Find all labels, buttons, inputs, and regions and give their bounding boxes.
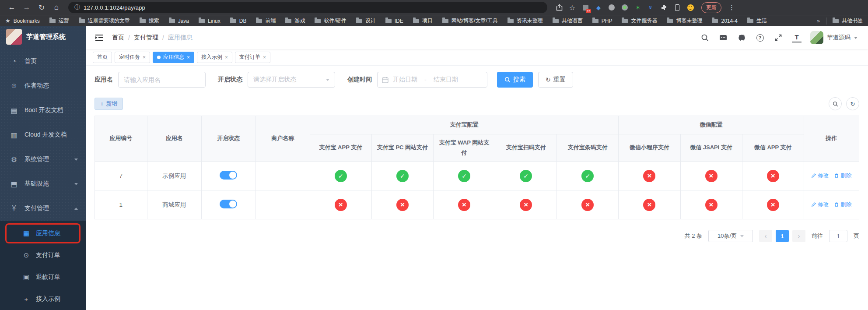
prev-page-button[interactable]: ‹ [759, 230, 772, 242]
cell-channel: × [680, 190, 742, 219]
close-icon[interactable]: × [225, 54, 228, 60]
extension-chevrons-icon[interactable]: » [647, 4, 655, 11]
bookmark-folder[interactable]: 软件/硬件 [315, 17, 346, 25]
user-menu[interactable]: 芋道源码 [810, 31, 858, 44]
font-size-icon[interactable]: T [792, 33, 802, 42]
bookmark-folder[interactable]: 网站/博客/文章/工具 [442, 17, 498, 25]
bookmark-folder[interactable]: 2014-4 [712, 18, 737, 24]
bookmark-folder[interactable]: 其他语言 [553, 17, 583, 25]
sidebar-logo[interactable]: 芋道管理系统 [0, 26, 86, 47]
sidebar-item-Cloud 开发文档[interactable]: ▥Cloud 开发文档 [0, 123, 86, 147]
github-icon[interactable] [737, 33, 746, 42]
breadcrumb-pay[interactable]: 支付管理 [134, 34, 158, 42]
tab-接入示例[interactable]: 接入示例× [197, 52, 232, 63]
tab-支付订单[interactable]: 支付订单× [235, 52, 270, 63]
bookmark-folder[interactable]: 运营 [49, 17, 69, 25]
status-toggle[interactable] [220, 200, 237, 208]
home-icon[interactable]: ⌂ [50, 2, 63, 13]
bookmark-folder[interactable]: PHP [592, 18, 612, 24]
close-icon[interactable]: × [187, 54, 190, 60]
extension-star-icon[interactable]: ✶ [634, 4, 642, 11]
bookmark-folder[interactable]: 资讯未整理 [508, 17, 543, 25]
search-icon [504, 77, 511, 83]
close-icon[interactable]: × [263, 54, 266, 60]
bookmark-folder[interactable]: 项目 [413, 17, 433, 25]
tab-定时任务[interactable]: 定时任务× [115, 52, 150, 63]
extension-calendar-icon[interactable]: 12 [581, 4, 589, 11]
bookmark-folder[interactable]: 博客未整理 [667, 17, 702, 25]
page-size-select[interactable]: 10条/页 [708, 230, 753, 242]
refresh-table-icon[interactable]: ↻ [846, 97, 859, 110]
sidebar-item-首页[interactable]: ◔首页 [0, 49, 86, 74]
bookmark-folder[interactable]: 前端 [256, 17, 276, 25]
next-page-button[interactable]: › [792, 230, 805, 242]
bookmarks-root[interactable]: ★ Bookmarks [5, 18, 40, 24]
add-button[interactable]: + 新增 [94, 98, 123, 110]
bookmark-folder[interactable]: 近期需要读的文章 [79, 17, 130, 25]
collapse-sidebar-icon[interactable] [94, 33, 104, 42]
other-bookmarks[interactable]: 其他书签 [833, 17, 863, 25]
search-icon[interactable] [700, 33, 710, 42]
bookmark-folder[interactable]: Java [169, 18, 189, 24]
sidebar-subitem-接入示例[interactable]: +接入示例 [0, 288, 86, 310]
close-icon[interactable]: × [143, 54, 146, 60]
address-bar[interactable]: ⓘ 127.0.0.1:1024/pay/app [68, 2, 547, 13]
extension-phone-icon[interactable] [673, 4, 681, 11]
fullscreen-icon[interactable] [774, 33, 783, 42]
bookmark-folder[interactable]: DB [230, 18, 247, 24]
reset-button[interactable]: ↻ 重置 [538, 72, 573, 88]
extensions-puzzle-icon[interactable] [660, 4, 668, 11]
bookmarks-bar: ★ Bookmarks 运营近期需要读的文章搜索JavaLinuxDB前端游戏软… [0, 15, 868, 26]
toggle-search-icon[interactable] [829, 97, 842, 110]
bookmark-folder[interactable]: 搜索 [140, 17, 159, 25]
extension-ring-icon[interactable] [621, 4, 629, 11]
page-1-button[interactable]: 1 [776, 230, 789, 242]
bookmarks-overflow-icon[interactable]: » [817, 18, 820, 24]
status-select[interactable]: 请选择开启状态 [248, 72, 335, 88]
forward-icon[interactable]: → [20, 2, 33, 13]
sidebar-item-基础设施[interactable]: ⬒基础设施 [0, 172, 86, 196]
bookmark-folder[interactable]: 设计 [356, 17, 376, 25]
sidebar-subitem-退款订单[interactable]: ▣退款订单 [0, 266, 86, 288]
app-name-input[interactable] [118, 72, 206, 88]
reload-icon[interactable]: ↻ [35, 2, 48, 13]
bookmark-folder[interactable]: IDE [385, 18, 403, 24]
help-icon[interactable]: ? [755, 33, 765, 42]
url-text[interactable]: 127.0.0.1:1024/pay/app [84, 4, 145, 11]
tab-应用信息[interactable]: 应用信息× [153, 52, 194, 63]
tab-首页[interactable]: 首页 [93, 52, 112, 63]
chrome-update-button[interactable]: 更新 [701, 2, 721, 13]
edit-link[interactable]: 修改 [811, 172, 829, 180]
edit-link[interactable]: 修改 [811, 201, 829, 208]
bookmark-folder[interactable]: Linux [199, 18, 220, 24]
sidebar-item-Boot 开发文档[interactable]: ▤Boot 开发文档 [0, 98, 86, 123]
user-avatar [810, 31, 823, 44]
sidebar-item-label: 系统管理 [24, 155, 49, 163]
bookmark-folder[interactable]: 文件服务器 [622, 17, 657, 25]
delete-link[interactable]: 删除 [834, 201, 851, 208]
delete-link[interactable]: 删除 [834, 172, 851, 180]
check-circle-icon: ✓ [581, 170, 594, 182]
bookmark-star-icon[interactable]: ☆ [568, 4, 576, 11]
sidebar-item-支付管理[interactable]: ¥支付管理 [0, 196, 86, 221]
share-icon[interactable] [555, 4, 563, 11]
extension-wheel-icon[interactable] [608, 4, 616, 11]
status-toggle[interactable] [220, 171, 237, 180]
back-icon[interactable]: ← [5, 2, 18, 13]
bookmark-folder[interactable]: 生活 [747, 17, 767, 25]
bookmark-label: IDE [395, 18, 403, 24]
site-info-icon[interactable]: ⓘ [74, 4, 80, 11]
extension-emoji-icon[interactable] [686, 4, 694, 11]
message-icon[interactable] [718, 33, 728, 42]
sidebar-item-作者动态[interactable]: ☺作者动态 [0, 74, 86, 98]
sidebar-item-系统管理[interactable]: ⚙系统管理 [0, 147, 86, 172]
extension-drop-icon[interactable]: ◆ [595, 4, 602, 11]
sidebar-subitem-支付订单[interactable]: ⊙支付订单 [0, 244, 86, 266]
search-button[interactable]: 搜索 [497, 72, 533, 88]
date-range-picker[interactable]: 开始日期 - 结束日期 [377, 72, 487, 88]
sidebar-subitem-应用信息[interactable]: ▦应用信息 [0, 222, 86, 244]
bookmark-folder[interactable]: 游戏 [285, 17, 305, 25]
breadcrumb-home[interactable]: 首页 [112, 34, 124, 42]
goto-page-input[interactable] [829, 230, 847, 242]
chrome-menu-icon[interactable]: ⋮ [727, 4, 737, 11]
